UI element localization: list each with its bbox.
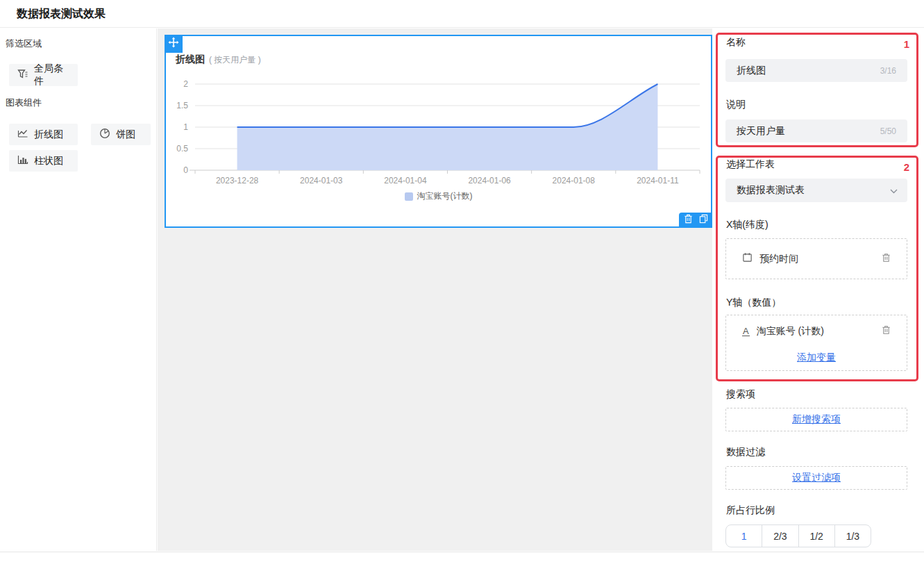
remove-xaxis-field-icon[interactable] bbox=[882, 253, 891, 265]
delete-chart-icon[interactable] bbox=[684, 214, 693, 226]
worksheet-value: 数据报表测试表 bbox=[737, 184, 805, 197]
svg-text:0: 0 bbox=[183, 165, 188, 175]
row-ratio-label: 所占行比例 bbox=[726, 504, 775, 517]
xaxis-field-name: 预约时间 bbox=[759, 253, 875, 265]
yaxis-dropzone[interactable]: A 淘宝账号 (计数) 添加变量 bbox=[725, 315, 907, 371]
add-variable-link[interactable]: 添加变量 bbox=[797, 352, 836, 364]
xaxis-label: X轴(纬度) bbox=[726, 219, 768, 231]
set-filter-link[interactable]: 设置过滤项 bbox=[792, 472, 841, 484]
xaxis-dropzone[interactable]: 预约时间 bbox=[725, 238, 907, 279]
copy-chart-icon[interactable] bbox=[699, 214, 708, 226]
xaxis-field-row: 预约时间 bbox=[726, 252, 907, 265]
desc-value: 按天用户量 bbox=[737, 125, 785, 138]
search-label: 搜索项 bbox=[726, 388, 755, 401]
desc-label: 说明 bbox=[726, 99, 746, 111]
yaxis-field-row: A 淘宝账号 (计数) bbox=[726, 315, 907, 347]
card-action-bar bbox=[679, 213, 712, 228]
global-condition-button[interactable]: 全局条件 bbox=[9, 64, 78, 86]
row-ratio-segmented: 1 2/3 1/2 1/3 bbox=[725, 524, 871, 547]
chevron-down-icon bbox=[890, 184, 898, 197]
svg-text:1: 1 bbox=[183, 122, 188, 132]
line-chart-icon bbox=[17, 128, 28, 141]
svg-text:2024-01-11: 2024-01-11 bbox=[637, 176, 679, 185]
pie-chart-icon bbox=[99, 128, 110, 141]
row-ratio-option-2-3[interactable]: 2/3 bbox=[762, 525, 798, 547]
svg-text:1.5: 1.5 bbox=[176, 101, 188, 110]
worksheet-select[interactable]: 数据报表测试表 bbox=[725, 179, 907, 202]
calendar-icon bbox=[742, 252, 753, 265]
svg-text:2023-12-28: 2023-12-28 bbox=[216, 176, 259, 185]
sidebar: 筛选区域 全局条件 图表组件 折线图 bbox=[0, 28, 157, 551]
svg-text:2024-01-08: 2024-01-08 bbox=[553, 176, 596, 185]
legend-swatch-icon bbox=[405, 192, 413, 201]
add-variable-row: 添加变量 bbox=[726, 347, 907, 368]
yaxis-label: Y轴（数值） bbox=[726, 297, 781, 309]
component-pie-chart-label: 饼图 bbox=[116, 129, 135, 141]
worksheet-label: 选择工作表 bbox=[726, 158, 775, 171]
annotation-number-2: 2 bbox=[904, 161, 909, 173]
remove-yaxis-field-icon[interactable] bbox=[882, 325, 891, 338]
name-counter: 3/16 bbox=[880, 66, 896, 76]
name-input[interactable]: 折线图 3/16 bbox=[725, 59, 907, 82]
row-ratio-option-1-3[interactable]: 1/3 bbox=[835, 525, 871, 547]
page-title: 数据报表测试效果 bbox=[17, 0, 106, 28]
component-bar-chart-label: 柱状图 bbox=[34, 155, 63, 167]
svg-text:0.5: 0.5 bbox=[176, 144, 188, 154]
bar-chart-icon bbox=[17, 154, 28, 167]
chart-legend[interactable]: 淘宝账号(计数) bbox=[166, 190, 711, 202]
search-dropzone: 新增搜索项 bbox=[725, 408, 907, 431]
chart-card[interactable]: 折线图 ( 按天用户量 ) 00.511.522023-12-282024-01… bbox=[165, 35, 712, 228]
desc-counter: 5/50 bbox=[880, 126, 896, 136]
desc-input[interactable]: 按天用户量 5/50 bbox=[725, 119, 907, 142]
inspector-panel: 名称 折线图 3/16 说明 按天用户量 5/50 1 选择工作表 数据报表测试… bbox=[712, 28, 924, 551]
name-value: 折线图 bbox=[737, 65, 766, 77]
global-condition-label: 全局条件 bbox=[34, 63, 69, 88]
svg-text:2024-01-06: 2024-01-06 bbox=[468, 176, 511, 185]
add-search-link[interactable]: 新增搜索项 bbox=[792, 413, 841, 426]
component-line-chart-label: 折线图 bbox=[34, 129, 63, 141]
row-ratio-option-1-2[interactable]: 1/2 bbox=[799, 525, 835, 547]
component-bar-chart-button[interactable]: 柱状图 bbox=[9, 150, 78, 172]
page: 数据报表测试效果 筛选区域 全局条件 图表组件 折线图 bbox=[0, 0, 924, 562]
row-ratio-option-1[interactable]: 1 bbox=[726, 525, 762, 547]
svg-text:2: 2 bbox=[183, 79, 188, 89]
component-pie-chart-button[interactable]: 饼图 bbox=[91, 124, 151, 145]
header: 数据报表测试效果 bbox=[0, 0, 924, 28]
yaxis-field-name: 淘宝账号 (计数) bbox=[757, 325, 875, 338]
filter-section-label: 筛选区域 bbox=[6, 38, 42, 50]
component-line-chart-button[interactable]: 折线图 bbox=[9, 124, 78, 145]
charts-section-label: 图表组件 bbox=[6, 97, 42, 109]
filter-dropzone: 设置过滤项 bbox=[725, 466, 907, 490]
name-label: 名称 bbox=[726, 36, 746, 49]
text-field-icon: A bbox=[742, 327, 750, 336]
svg-text:2024-01-03: 2024-01-03 bbox=[300, 176, 343, 185]
svg-text:2024-01-04: 2024-01-04 bbox=[384, 176, 427, 185]
legend-label: 淘宝账号(计数) bbox=[417, 190, 473, 202]
footer-bar bbox=[0, 552, 924, 562]
filter-funnel-icon bbox=[17, 69, 28, 82]
canvas: 折线图 ( 按天用户量 ) 00.511.522023-12-282024-01… bbox=[158, 28, 712, 551]
data-filter-label: 数据过滤 bbox=[726, 446, 765, 458]
annotation-number-1: 1 bbox=[904, 38, 909, 50]
